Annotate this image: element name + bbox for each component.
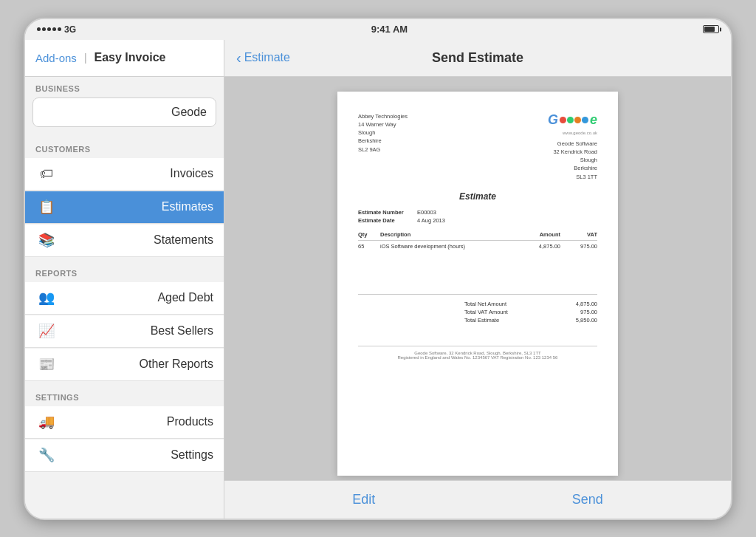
invoice-header: Abbey Technologies 14 Warner Way Slough … — [358, 112, 597, 181]
sidebar-item-other-reports[interactable]: 📰 Other Reports — [25, 349, 224, 381]
status-bar-right — [703, 25, 719, 33]
status-bar-time: 9:41 AM — [371, 24, 408, 35]
aged-debt-label: Aged Debt — [58, 291, 213, 304]
from-line2: 14 Warner Way — [358, 120, 408, 129]
from-line1: Abbey Technologies — [358, 112, 408, 120]
sidebar-item-settings[interactable]: 🔧 Settings — [25, 439, 224, 472]
sidebar: Add-ons | Easy Invoice BUSINESS Geode CU… — [25, 40, 224, 519]
wrench-icon: 🔧 — [35, 447, 58, 463]
to-line4: Berkshire — [548, 164, 597, 172]
logo-url: www.geode.co.uk — [548, 131, 597, 135]
battery-icon — [703, 25, 719, 33]
back-label: Estimate — [244, 51, 290, 64]
customers-section-header: CUSTOMERS — [25, 137, 224, 158]
signal-dots — [37, 27, 61, 31]
invoice-divider — [358, 294, 597, 295]
logo-g: G — [548, 112, 558, 128]
to-line1: Geode Software — [548, 140, 597, 148]
vat-total-row: Total VAT Amount 975.00 — [464, 309, 597, 315]
estimate-date-value: 4 Aug 2013 — [417, 217, 445, 224]
to-line2: 32 Kendrick Road — [548, 148, 597, 156]
statements-label: Statements — [58, 233, 213, 247]
amount-header: Amount — [516, 231, 560, 238]
row-amount: 4,875.00 — [516, 243, 560, 250]
sidebar-item-statements[interactable]: 📚 Statements — [25, 225, 224, 257]
status-bar-left: 3G — [37, 24, 76, 35]
footer-line2: Registered in England and Wales No. 1234… — [358, 355, 597, 360]
from-line4: Berkshire — [358, 137, 408, 145]
row-vat: 975.00 — [560, 243, 597, 250]
stack-icon: 📚 — [35, 232, 58, 248]
estimates-label: Estimates — [58, 200, 213, 213]
sidebar-item-invoices[interactable]: 🏷 Invoices — [25, 158, 224, 191]
vat-label: Total VAT Amount — [464, 309, 508, 315]
invoices-label: Invoices — [58, 167, 213, 180]
estimate-date-label: Estimate Date — [358, 217, 417, 224]
sidebar-item-estimates[interactable]: 📋 Estimates — [25, 191, 224, 224]
business-section: BUSINESS Geode — [25, 77, 224, 133]
send-button[interactable]: Send — [557, 486, 618, 513]
estimate-number-row: Estimate Number E00003 — [358, 209, 597, 216]
back-chevron-icon: ‹ — [236, 49, 241, 66]
report-icon: 📰 — [35, 356, 58, 372]
network-label: 3G — [64, 24, 76, 35]
back-button[interactable]: ‹ Estimate — [236, 49, 290, 66]
invoice-logo-area: G e www.geode.co.uk — [548, 112, 597, 181]
best-sellers-label: Best Sellers — [58, 324, 213, 338]
tag-icon: 🏷 — [35, 166, 58, 182]
page-title: Send Estimate — [432, 50, 523, 66]
sidebar-item-products[interactable]: 🚚 Products — [25, 406, 224, 439]
geode-logo: G e — [548, 112, 597, 128]
logo-circles — [560, 117, 588, 123]
circle-red — [560, 117, 566, 123]
customers-section: CUSTOMERS 🏷 Invoices 📋 Estimates 📚 State… — [25, 137, 224, 257]
estimate-number-value: E00003 — [417, 209, 436, 216]
vat-header: VAT — [560, 231, 597, 238]
circle-green — [567, 117, 574, 123]
status-bar: 3G 9:41 AM — [25, 19, 731, 40]
vat-value: 975.00 — [580, 309, 597, 315]
clipboard-icon: 📋 — [35, 199, 58, 215]
circle-orange — [574, 117, 581, 123]
logo-e: e — [590, 112, 597, 128]
invoice-meta: Estimate Number E00003 Estimate Date 4 A… — [358, 209, 597, 224]
total-value: 5,850.00 — [576, 317, 597, 324]
chart-icon: 📈 — [35, 323, 58, 339]
main-header: ‹ Estimate Send Estimate — [224, 40, 731, 77]
total-label: Total Estimate — [464, 317, 499, 324]
settings-section: SETTINGS 🚚 Products 🔧 Settings — [25, 386, 224, 472]
invoice-totals: Total Net Amount 4,875.00 Total VAT Amou… — [464, 301, 597, 324]
desc-header: Description — [380, 231, 516, 238]
to-line5: SL3 1TT — [548, 173, 597, 181]
sidebar-item-best-sellers[interactable]: 📈 Best Sellers — [25, 315, 224, 348]
invoice-document: Abbey Technologies 14 Warner Way Slough … — [337, 92, 618, 476]
addon-link[interactable]: Add-ons — [35, 52, 77, 64]
reports-section: REPORTS 👥 Aged Debt 📈 Best Sellers 📰 Oth… — [25, 261, 224, 381]
business-button[interactable]: Geode — [32, 98, 216, 127]
table-header: Qty Description Amount VAT — [358, 231, 597, 241]
app-title: Easy Invoice — [94, 51, 166, 64]
settings-section-header: SETTINGS — [25, 386, 224, 406]
business-section-header: BUSINESS — [25, 77, 224, 98]
from-address: Abbey Technologies 14 Warner Way Slough … — [358, 112, 408, 154]
main-content: ‹ Estimate Send Estimate Abbey Technolog… — [224, 40, 731, 519]
truck-icon: 🚚 — [35, 414, 58, 430]
row-qty: 65 — [358, 243, 380, 250]
invoice-title: Estimate — [358, 191, 597, 202]
people-icon: 👥 — [35, 290, 58, 306]
net-label: Total Net Amount — [464, 301, 506, 307]
grand-total-row: Total Estimate 5,850.00 — [464, 317, 597, 324]
from-line3: Slough — [358, 129, 408, 137]
circle-blue — [582, 117, 588, 123]
products-label: Products — [58, 415, 213, 428]
app-content: Add-ons | Easy Invoice BUSINESS Geode CU… — [25, 40, 731, 519]
sidebar-header: Add-ons | Easy Invoice — [25, 40, 224, 77]
header-separator: | — [84, 52, 87, 64]
edit-button[interactable]: Edit — [337, 486, 390, 513]
table-row: 65 iOS Software development (hours) 4,87… — [358, 243, 597, 250]
settings-label: Settings — [58, 448, 213, 462]
from-line5: SL2 9AG — [358, 146, 408, 154]
invoice-footer: Geode Software, 32 Kendrick Road, Slough… — [358, 346, 597, 360]
sidebar-item-aged-debt[interactable]: 👥 Aged Debt — [25, 282, 224, 315]
row-desc: iOS Software development (hours) — [380, 243, 516, 250]
